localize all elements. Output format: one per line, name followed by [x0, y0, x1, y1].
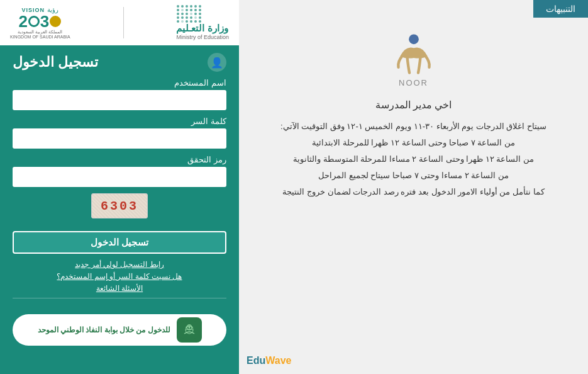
vision-2030-logo: VISION رؤية 2 3 المملكة العربية السعودية… — [10, 6, 70, 39]
eduwave-logo: EduWave — [247, 355, 291, 366]
moe-english-text: Ministry of Education — [176, 34, 229, 40]
svg-point-0 — [409, 34, 419, 44]
login-area: 👤 تسجيل الدخول اسم المستخدم كلمة السر رم… — [0, 45, 239, 311]
kingdom-en: المملكة العربية السعودية KINGDOM OF SAUD… — [10, 30, 70, 39]
announcement-line-4: من الساعة ٢ مساءا وحتى ٧ صباحا سيتاح لجم… — [280, 167, 546, 184]
username-input[interactable] — [13, 90, 226, 110]
username-label: اسم المستخدم — [13, 78, 226, 88]
vision-year-display: 2 3 — [18, 13, 62, 30]
portal-icon-svg — [180, 321, 198, 339]
faq-link[interactable]: الأسئلة الشائعة — [13, 284, 226, 293]
announcement-line-3: من الساعة ١٢ ظهرا وحتى الساعة ٢ مساءا لل… — [280, 151, 546, 167]
noor-logo-area: NOOR — [386, 31, 442, 88]
notification-label: التنبيهات — [546, 4, 575, 14]
national-portal-icon — [177, 317, 202, 343]
user-icon: 👤 — [208, 53, 226, 72]
moe-arabic-text: وزارة التعـليم — [176, 23, 228, 34]
announcement-line-2: من الساعة ٧ صباحا وحتى الساعة ١٢ ظهرا لل… — [280, 135, 546, 151]
moe-dot-grid — [176, 5, 201, 23]
captcha-input[interactable] — [13, 167, 226, 187]
announcement-line-5: كما نتأمل من أولياء الامور الدخول بعد فت… — [280, 184, 546, 200]
moe-logo: وزارة التعـليم Ministry of Education — [176, 5, 229, 40]
eduwave-first: Edu — [247, 355, 265, 366]
header-logos: VISION رؤية 2 3 المملكة العربية السعودية… — [0, 0, 239, 45]
right-panel: VISION رؤية 2 3 المملكة العربية السعودية… — [0, 0, 239, 374]
login-title: 👤 تسجيل الدخول — [13, 53, 226, 72]
national-portal-text: للدخول من خلال بوابة النفاذ الوطني الموح… — [38, 326, 170, 334]
captcha-display: 6303 — [91, 193, 148, 218]
announcement-body: سيتاح اغلاق الدرجات يوم الأربعاء ٣٠-١١ و… — [274, 118, 553, 200]
eduwave-second: Wave — [265, 355, 291, 366]
password-input[interactable] — [13, 128, 226, 149]
national-portal-button[interactable]: للدخول من خلال بوابة النفاذ الوطني الموح… — [13, 314, 226, 346]
announcement-title: اخي مدير المدرسة — [375, 99, 452, 111]
captcha-label: رمز التحقق — [13, 155, 226, 164]
noor-text: NOOR — [399, 78, 428, 88]
header-divider — [123, 7, 124, 38]
password-label: كلمة السر — [13, 116, 226, 126]
forgot-password-link[interactable]: هل نسيت كلمة السر أو إسم المستخدم؟ — [13, 272, 226, 281]
login-button[interactable]: تسجيل الدخول — [13, 231, 226, 254]
separator — [13, 298, 226, 298]
left-panel: التنبيهات NOOR اخي مدير المدرسة سيتاح اغ… — [239, 0, 588, 374]
svg-point-3 — [188, 327, 190, 329]
notification-bar[interactable]: التنبيهات — [533, 0, 588, 18]
announcement-line-1: سيتاح اغلاق الدرجات يوم الأربعاء ٣٠-١١ و… — [280, 118, 546, 135]
new-registration-link[interactable]: رابط التسجيل لولي أمر جديد — [13, 260, 226, 269]
noor-logo — [386, 31, 442, 76]
